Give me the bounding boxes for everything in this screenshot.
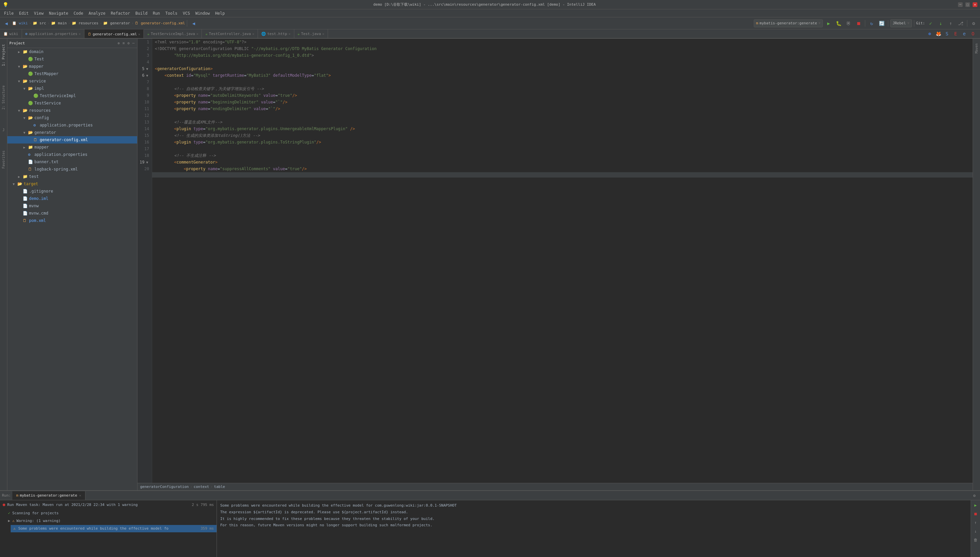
browser-edge-icon[interactable]: E (951, 29, 960, 38)
tree-item-testserviceimpl[interactable]: 🟢 TestServiceImpl (7, 92, 137, 99)
menu-analyze[interactable]: Analyze (86, 10, 108, 16)
menu-tools[interactable]: Tools (163, 10, 180, 16)
tree-item-testservice[interactable]: 🟢 TestService (7, 99, 137, 107)
tree-item-genconfig[interactable]: 🗒 generator-config.xml (7, 136, 137, 143)
tree-item-appprops2[interactable]: ⚙ application.properties (7, 151, 137, 158)
fold-5[interactable]: ▼ (145, 67, 149, 72)
tree-item-test-class[interactable]: 🟢 Test (7, 55, 137, 63)
run-button[interactable]: ▶ (824, 19, 833, 28)
menu-vcs[interactable]: VCS (180, 10, 193, 16)
tree-item-target[interactable]: ▼ 📂 target (7, 180, 137, 187)
breadcrumb-wiki[interactable]: 📋 wiki (12, 21, 28, 25)
menu-window[interactable]: Window (193, 10, 212, 16)
sidebar-external-link-icon[interactable]: ⊕ (117, 41, 121, 46)
menu-run[interactable]: Run (150, 10, 163, 16)
run-stop-button[interactable]: ⏹ (972, 510, 979, 518)
tab-http-close[interactable]: ✕ (289, 32, 291, 36)
browser-firefox-icon[interactable]: 🦊 (934, 29, 943, 38)
tree-item-domain[interactable]: ▶ 📁 domain (7, 48, 137, 55)
tab-test[interactable]: ☕ Test.java ✕ (294, 29, 328, 38)
menu-navigate[interactable]: Navigate (46, 10, 71, 16)
tree-item-banner[interactable]: 📄 banner.txt (7, 158, 137, 166)
tree-item-resources[interactable]: ▼ 📂 resources (7, 107, 137, 114)
breadcrumb-resources[interactable]: 📁 resources (72, 21, 98, 25)
tree-item-mvnwcmd[interactable]: 📄 mvnw.cmd (7, 210, 137, 217)
run-scroll-top-button[interactable]: ↑ (972, 519, 979, 526)
tree-item-appprops[interactable]: ⚙ application.properties (7, 122, 137, 129)
sidebar-minimize-icon[interactable]: ─ (132, 41, 135, 46)
tree-item-generator-folder[interactable]: ▼ 📂 generator (7, 129, 137, 136)
tree-item-pomxml[interactable]: 🗒 pom.xml (7, 217, 137, 224)
run-with-coverage-button[interactable]: ⛨ (844, 19, 853, 28)
toolbar-forward-button[interactable]: ◀ (189, 19, 198, 28)
tab-java3-close[interactable]: ✕ (322, 32, 324, 36)
toolbar-back-button[interactable]: ◀ (2, 19, 11, 28)
code-editor[interactable]: <?xml version="1.0" encoding="UTF-8"?> <… (152, 39, 973, 483)
stop-button[interactable]: ⏹ (854, 19, 863, 28)
run-restart-button[interactable]: ▶ (972, 502, 979, 509)
debug-button[interactable]: 🐛 (834, 19, 843, 28)
menu-code[interactable]: Code (71, 10, 86, 16)
tree-item-service[interactable]: ▼ 📂 service (7, 77, 137, 85)
sidebar-settings-icon[interactable]: ⚙ (127, 41, 130, 46)
tree-item-mvnw[interactable]: 📄 mvnw (7, 202, 137, 210)
project-panel-button[interactable]: 1: Project (1, 41, 7, 69)
menu-file[interactable]: File (1, 10, 16, 16)
fold-19[interactable]: ▼ (145, 160, 149, 165)
menu-edit[interactable]: Edit (16, 10, 31, 16)
run-clear-button[interactable]: 🗑 (972, 536, 979, 544)
window-controls[interactable]: ─ □ ✕ (958, 2, 977, 7)
minimize-button[interactable]: ─ (958, 2, 963, 7)
breadcrumb-main[interactable]: 📁 main (51, 21, 67, 25)
breadcrumb-gen-config[interactable]: generatorConfiguration (140, 485, 189, 489)
breadcrumb-file[interactable]: 🗒 generator-config.xml (135, 21, 185, 25)
browser-ie-icon[interactable]: e (960, 29, 969, 38)
fold-6[interactable]: ▼ (145, 73, 149, 78)
tab-java1-close[interactable]: ✕ (196, 32, 198, 36)
tree-item-testmapper[interactable]: 🟢 TestMapper (7, 70, 137, 77)
git-push-button[interactable]: ↑ (946, 19, 955, 28)
tab-testserviceimpl[interactable]: ☕ TestServiceImpl.java ✕ (144, 29, 202, 38)
breadcrumb-table[interactable]: table (214, 485, 225, 489)
tree-item-logback[interactable]: 🗒 logback-spring.xml (7, 166, 137, 173)
tree-item-gitignore[interactable]: 📄 .gitignore (7, 187, 137, 195)
breadcrumb-context[interactable]: context (193, 485, 209, 489)
tab-xml-close[interactable]: ✕ (138, 33, 140, 36)
refresh-button[interactable]: 🔄 (877, 19, 886, 28)
horizontal-scrollbar[interactable] (152, 172, 973, 178)
settings-button[interactable]: ⚙ (969, 19, 978, 28)
browser-chrome-icon[interactable]: ⊕ (925, 29, 934, 38)
git-branch-button[interactable]: ⎇ (956, 19, 965, 28)
jrebel-combo[interactable]: JRebel ▼ (890, 20, 912, 28)
tree-item-test-folder[interactable]: ▶ 📁 test (7, 173, 137, 180)
run-tab-close[interactable]: ✕ (79, 493, 81, 497)
bottom-tab-run[interactable]: m mybatis-generator:generate ✕ (12, 491, 86, 500)
tree-item-demoiml[interactable]: 📄 demo.iml (7, 195, 137, 202)
tab-application-properties[interactable]: ⚙ application.properties ✕ (22, 29, 85, 38)
run-task-warning-item[interactable]: ⚠ Some problems were encountered while b… (11, 525, 216, 532)
tab-testhttp[interactable]: 🌐 test.http ✕ (258, 29, 294, 38)
tab-generator-config[interactable]: 🗒 generator-config.xml ✕ (85, 29, 144, 38)
breadcrumb-generator[interactable]: 📁 generator (103, 21, 130, 25)
structure-panel-button[interactable]: 2: Structure (1, 84, 6, 111)
settings-gear-button[interactable]: ⚙ (971, 492, 978, 499)
tab-java2-close[interactable]: ✕ (252, 32, 254, 36)
tree-item-impl-folder[interactable]: ▼ 📂 impl (7, 85, 137, 92)
tree-item-mapper2[interactable]: ▶ 📁 mapper (7, 143, 137, 151)
tab-testcontroller[interactable]: ☕ TestController.java ✕ (202, 29, 258, 38)
browser-safari-icon[interactable]: S (943, 29, 951, 38)
menu-build[interactable]: Build (133, 10, 150, 16)
maven-panel-button[interactable]: Maven (974, 41, 979, 55)
browser-opera-icon[interactable]: O (969, 29, 977, 38)
favorites-panel-button[interactable]: Favorites (1, 149, 6, 170)
close-button[interactable]: ✕ (973, 2, 977, 7)
git-check-button[interactable]: ✓ (926, 19, 935, 28)
run-task-maven[interactable]: ● Run Maven task: Maven run at 2021/2/28… (0, 500, 216, 509)
menu-view[interactable]: View (31, 10, 46, 16)
update-button[interactable]: ↻ (867, 19, 876, 28)
tab-props-close[interactable]: ✕ (79, 32, 81, 36)
run-task-scanning[interactable]: ✓ Scanning for projects (5, 509, 216, 517)
run-task-warning-group[interactable]: ▶ ⚠ Warning: (1 warning) (5, 517, 216, 525)
sidebar-collapse-icon[interactable]: ≡ (122, 41, 125, 46)
breadcrumb-src[interactable]: 📁 src (33, 21, 46, 25)
